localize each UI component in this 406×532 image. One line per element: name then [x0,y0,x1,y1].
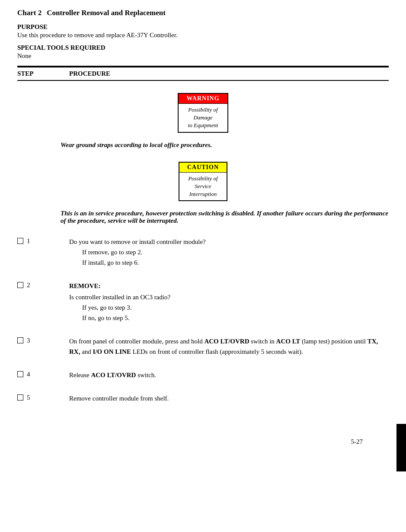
warning-line3: to Equipment [188,122,218,128]
step-num-5: 5 [27,394,35,401]
chart-label: Chart 2 [17,9,42,17]
step-row-2: 2 REMOVE: Is controller installed in an … [17,279,389,323]
step-row-1: 1 Do you want to remove or install contr… [17,235,389,268]
purpose-label: PURPOSE [17,23,389,31]
page-title: Controller Removal and Replacement [47,9,166,17]
step-check-col-3: 3 [17,336,43,344]
caution-notice-section: CAUTION Possibility of Service Interrupt… [17,157,389,206]
warning-text: Wear ground straps according to local of… [17,141,389,149]
step-5-text: Remove controller module from shelf. [69,395,169,402]
checkbox-5[interactable] [17,394,23,401]
step-2-sub-1: If yes, go to step 3. [69,302,389,313]
step-2-text: Is controller installed in an OC3 radio? [69,294,170,301]
step-num-2: 2 [27,282,35,289]
step-1-sub-2: If install, go to step 6. [69,257,389,268]
step-row-4: 4 Release ACO LT/OVRD switch. [17,368,389,380]
step-2-sub-2: If no, go to step 5. [69,313,389,323]
step-check-col-1: 1 [17,237,43,245]
step-content-3: On front panel of controller module, pre… [43,336,389,357]
page-header: Chart 2 Controller Removal and Replaceme… [17,9,389,17]
step-4-text: Release ACO LT/OVRD switch. [69,372,156,378]
warning-box: WARNING Possibility of Damage to Equipme… [178,93,228,133]
special-tools-text: None [17,52,389,60]
warning-body: Possibility of Damage to Equipment [179,103,227,132]
caution-body: Possibility of Service Interruption [179,172,227,201]
sidebar-accent [396,424,406,471]
caution-box: CAUTION Possibility of Service Interrupt… [179,162,227,202]
warning-line2: Damage [193,114,212,121]
caution-header: CAUTION [179,163,227,172]
step-row-5: 5 Remove controller module from shelf. [17,391,389,404]
step-content-4: Release ACO LT/OVRD switch. [43,370,389,380]
col-procedure-header: PROCEDURE [69,70,389,77]
checkbox-1[interactable] [17,238,23,244]
special-tools-label: SPECIAL TOOLS REQUIRED [17,44,389,51]
warning-notice-section: WARNING Possibility of Damage to Equipme… [17,89,389,137]
purpose-text: Use this procedure to remove and replace… [17,32,389,39]
step-content-2: REMOVE: Is controller installed in an OC… [43,281,389,323]
step-num-4: 4 [27,371,35,378]
warning-line1: Possibility of [188,106,217,113]
checkbox-2[interactable] [17,282,23,288]
step-1-text: Do you want to remove or install control… [69,238,206,245]
table-header: STEP PROCEDURE [17,67,389,81]
col-step-header: STEP [17,70,69,77]
caution-line1: Possibility of [188,175,217,182]
step-num-1: 1 [27,237,35,245]
caution-line2: Service [195,183,211,189]
page-number: 5-27 [351,438,363,445]
warning-header: WARNING [179,94,227,103]
step-1-sub-1: If remove, go to step 2. [69,247,389,257]
step-num-3: 3 [27,337,35,344]
caution-text: This is an in service procedure, however… [17,210,389,224]
step-check-col-5: 5 [17,393,43,401]
step-check-col-4: 4 [17,370,43,378]
step-content-5: Remove controller module from shelf. [43,393,389,404]
step-3-text: On front panel of controller module, pre… [69,338,378,355]
caution-line3: Interruption [189,191,217,197]
step-row-3: 3 On front panel of controller module, p… [17,334,389,357]
step-check-col-2: 2 [17,281,43,289]
remove-label: REMOVE: [69,281,389,291]
step-content-1: Do you want to remove or install control… [43,237,389,268]
checkbox-3[interactable] [17,337,23,343]
checkbox-4[interactable] [17,371,23,377]
